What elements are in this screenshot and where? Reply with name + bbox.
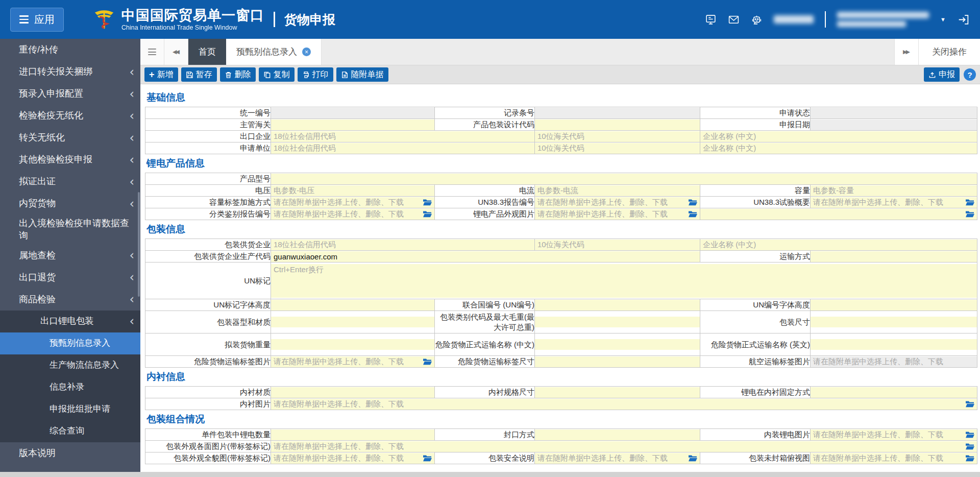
- form-field[interactable]: guanwuxiaoer.com: [271, 251, 700, 262]
- tab-home[interactable]: 首页: [188, 39, 226, 65]
- form-field[interactable]: [535, 120, 700, 130]
- help-icon[interactable]: ?: [964, 68, 976, 81]
- folder-icon[interactable]: [423, 211, 432, 218]
- form-field[interactable]: 请在随附单据中选择上传、删除、下载: [535, 453, 700, 464]
- form-field[interactable]: 10位海关代码: [535, 131, 700, 142]
- form-field[interactable]: 请在随附单据中选择上传、删除、下载: [271, 453, 434, 464]
- form-field[interactable]: 请在随附单据中选择上传、删除、下载: [811, 356, 977, 367]
- folder-icon[interactable]: [966, 211, 974, 218]
- print-button[interactable]: 打印: [298, 67, 333, 82]
- form-field[interactable]: 请在随附单据中选择上传、删除、下载: [535, 197, 700, 208]
- user-name-redacted[interactable]: [774, 15, 814, 23]
- sidebar-item-18[interactable]: 版本说明: [0, 442, 140, 464]
- form-field[interactable]: [535, 356, 700, 367]
- scroll-tabs-right-button[interactable]: ▶▶: [894, 39, 918, 65]
- folder-icon[interactable]: [966, 199, 974, 206]
- robot-icon[interactable]: [751, 14, 763, 26]
- mail-icon[interactable]: [728, 14, 740, 26]
- folder-icon[interactable]: [966, 401, 974, 408]
- folder-icon[interactable]: [423, 199, 432, 206]
- folder-icon[interactable]: [966, 432, 974, 438]
- form-field[interactable]: [700, 209, 977, 220]
- form-field[interactable]: 请在随附单据中选择上传、删除、下载: [811, 453, 977, 464]
- form-field[interactable]: [811, 108, 977, 118]
- sidebar-item-8[interactable]: 出入境检验检疫申请数据查询: [0, 214, 140, 245]
- tab-prescreen-entry[interactable]: 预甄别信息录入 ×: [226, 39, 322, 65]
- sidebar-item-0[interactable]: 重传/补传: [0, 39, 140, 61]
- form-field[interactable]: 请在随附单据中选择上传、删除、下载: [271, 209, 434, 220]
- logout-icon[interactable]: [957, 13, 970, 26]
- form-field[interactable]: [535, 108, 700, 118]
- sidebar-item-4[interactable]: 转关无纸化‹: [0, 127, 140, 149]
- form-field[interactable]: 电参数-容量: [811, 185, 977, 196]
- delete-button[interactable]: 删除: [220, 67, 256, 82]
- sidebar-item-15[interactable]: 信息补录: [0, 376, 140, 398]
- folder-icon[interactable]: [966, 455, 974, 462]
- form-field[interactable]: 请在随附单据中选择上传、删除、下载: [271, 356, 434, 367]
- temp-save-button[interactable]: 暂存: [181, 67, 217, 82]
- sidebar-item-2[interactable]: 预录入申报配置‹: [0, 83, 140, 105]
- dropdown-caret-icon[interactable]: ▼: [940, 16, 946, 22]
- form-field[interactable]: [271, 300, 434, 311]
- form-field[interactable]: [271, 108, 434, 118]
- attached-documents-button[interactable]: 随附单据: [336, 67, 388, 82]
- folder-icon[interactable]: [966, 443, 974, 450]
- form-field[interactable]: [271, 120, 434, 130]
- form-field[interactable]: 请在随附单据中选择上传、删除、下载: [811, 430, 977, 440]
- form-field[interactable]: 18位社会信用代码: [271, 131, 534, 142]
- form-field[interactable]: 企业名称 (中文): [700, 240, 977, 250]
- form-field[interactable]: 18位社会信用代码: [271, 143, 534, 154]
- close-operations-menu[interactable]: 关闭操作: [918, 39, 980, 65]
- copy-button[interactable]: 复制: [259, 67, 295, 82]
- sidebar-item-3[interactable]: 检验检疫无纸化‹: [0, 105, 140, 127]
- form-field[interactable]: [271, 430, 434, 440]
- sidebar-item-17[interactable]: 综合查询: [0, 420, 140, 442]
- sidebar-item-1[interactable]: 进口转关报关捆绑‹: [0, 61, 140, 83]
- form-field[interactable]: 电参数-电压: [271, 185, 434, 196]
- form-field[interactable]: 请在随附单据中选择上传、删除、下载: [271, 197, 434, 208]
- form-field[interactable]: 请在随附单据中选择上传、删除、下载: [535, 209, 700, 220]
- form-field[interactable]: [535, 430, 700, 440]
- form-field[interactable]: 请在随附单据中选择上传、删除、下载: [271, 399, 977, 410]
- scroll-tabs-left-button[interactable]: ◀◀: [164, 39, 188, 65]
- form-field[interactable]: [271, 339, 434, 350]
- sidebar-item-9[interactable]: 属地查检‹: [0, 245, 140, 267]
- close-tab-icon[interactable]: ×: [302, 47, 311, 56]
- form-field[interactable]: [811, 120, 977, 130]
- form-field[interactable]: [535, 387, 700, 398]
- sidebar-item-13[interactable]: 预甄别信息录入: [0, 332, 140, 354]
- form-field[interactable]: [811, 317, 977, 327]
- form-field[interactable]: 请在随附单据中选择上传、删除、下载: [811, 197, 977, 208]
- sidebar-item-6[interactable]: 拟证出证‹: [0, 171, 140, 193]
- sidebar-item-10[interactable]: 出口退货‹: [0, 267, 140, 289]
- form-field[interactable]: [271, 174, 977, 184]
- folder-icon[interactable]: [689, 455, 697, 462]
- declare-button[interactable]: 申报: [924, 67, 960, 82]
- form-field[interactable]: 企业名称 (中文): [700, 131, 977, 142]
- folder-icon[interactable]: [423, 455, 432, 462]
- form-field[interactable]: 企业名称 (中文): [700, 143, 977, 154]
- form-field[interactable]: 请在随附单据中选择上传、删除、下载: [271, 441, 977, 452]
- form-field[interactable]: [535, 317, 700, 327]
- form-field[interactable]: 18位社会信用代码: [271, 240, 534, 250]
- form-field[interactable]: [535, 300, 700, 311]
- tab-menu-button[interactable]: [140, 39, 164, 65]
- form-field[interactable]: [271, 317, 434, 327]
- add-button[interactable]: +新增: [144, 67, 178, 82]
- form-field[interactable]: 10位海关代码: [535, 143, 700, 154]
- form-field[interactable]: [811, 251, 977, 262]
- sidebar-item-16[interactable]: 申报批组批申请: [0, 398, 140, 420]
- sidebar-item-5[interactable]: 其他检验检疫申报‹: [0, 149, 140, 171]
- form-field[interactable]: [811, 339, 977, 350]
- screen-icon[interactable]: [705, 14, 717, 26]
- sidebar-item-11[interactable]: 商品检验‹: [0, 289, 140, 311]
- folder-icon[interactable]: [423, 359, 432, 365]
- form-field[interactable]: [811, 387, 977, 398]
- folder-icon[interactable]: [689, 199, 697, 206]
- apps-menu-button[interactable]: 应用: [10, 8, 64, 32]
- sidebar-item-12[interactable]: 出口锂电包装‹: [0, 311, 140, 332]
- folder-icon[interactable]: [689, 211, 697, 218]
- sidebar-item-14[interactable]: 生产物流信息录入: [0, 354, 140, 376]
- form-field[interactable]: [811, 300, 977, 311]
- form-field[interactable]: [271, 387, 434, 398]
